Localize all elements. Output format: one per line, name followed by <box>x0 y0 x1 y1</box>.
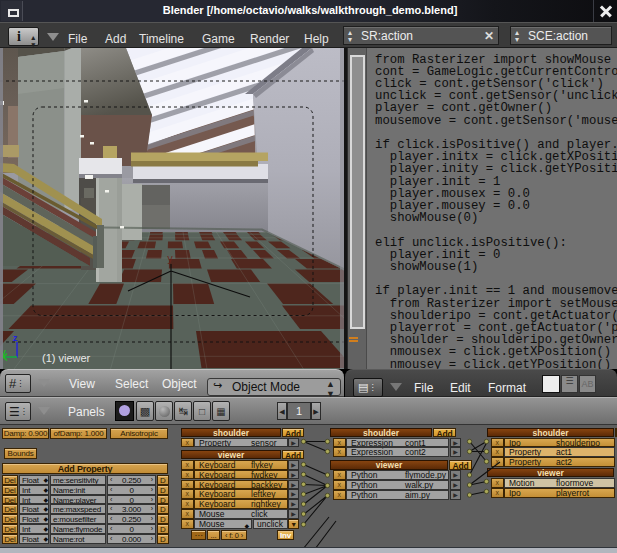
svg-text:(1) viewer: (1) viewer <box>42 352 91 364</box>
svg-text:y: y <box>167 254 173 265</box>
svg-text:z: z <box>13 333 18 343</box>
